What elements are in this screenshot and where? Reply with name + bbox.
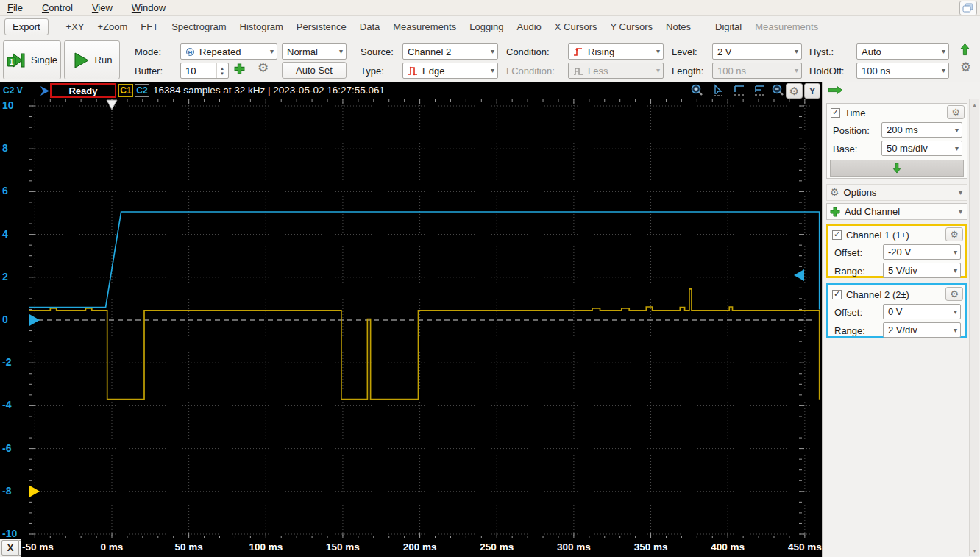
channel2-offset-select[interactable]: 0 V▾ — [883, 304, 961, 319]
tab-zoom[interactable]: +Zoom — [91, 18, 135, 35]
y-axis-labels: 1086420-2-4-6-8-10 — [0, 99, 28, 539]
x-tick-400-ms: 400 ms — [711, 542, 745, 553]
condition-label: Condition: — [506, 46, 550, 57]
add-buffer-button[interactable] — [234, 63, 245, 74]
tab-audio[interactable]: Audio — [511, 18, 548, 35]
y-tick-2: -2 — [2, 356, 11, 368]
chevron-down-icon: ▾ — [955, 144, 959, 152]
mode-value: Repeated — [199, 46, 241, 57]
tab-persistence[interactable]: Persistence — [290, 18, 353, 35]
level-up-arrow-button[interactable] — [960, 43, 970, 56]
menu-control[interactable]: Control — [42, 2, 73, 13]
channel2-badge[interactable]: C2 — [135, 84, 149, 97]
source-label: Source: — [361, 46, 394, 57]
x-axis-button[interactable]: X — [1, 540, 19, 556]
buffer-gear-icon[interactable]: ⚙ — [258, 63, 269, 74]
time-position-select[interactable]: 200 ms▾ — [881, 122, 962, 138]
tab-x-cursors[interactable]: X Cursors — [548, 18, 604, 35]
options-label: Options — [844, 187, 877, 198]
plot-settings-button[interactable]: ⚙ — [786, 83, 803, 99]
channel1-gear-button[interactable]: ⚙ — [945, 227, 963, 241]
tab-spectrogram[interactable]: Spectrogram — [165, 18, 232, 35]
single-button[interactable]: 1 Single — [3, 40, 61, 79]
time-checkbox[interactable] — [831, 108, 840, 118]
channel1-badge[interactable]: C1 — [118, 84, 133, 97]
time-expand-button[interactable] — [830, 160, 964, 177]
source-select[interactable]: Channel 2▾ — [402, 43, 498, 60]
channel1-checkbox[interactable] — [832, 230, 842, 240]
channel2-offset-value: 0 V — [888, 306, 903, 317]
spinner-arrows-icon[interactable]: ▴▾ — [216, 63, 227, 78]
tab-notes[interactable]: Notes — [659, 18, 697, 35]
x-tick-300-ms: 300 ms — [557, 542, 591, 553]
y-tick-8: 8 — [2, 142, 8, 154]
type-label: Type: — [361, 65, 384, 77]
options-dropdown[interactable]: ⚙ Options ▾ — [826, 184, 967, 201]
type-select[interactable]: Edge▾ — [402, 63, 498, 79]
chevron-down-icon: ▾ — [959, 188, 962, 196]
channel2-range-label: Range: — [834, 325, 865, 336]
tab-data[interactable]: Data — [353, 18, 386, 35]
menu-file[interactable]: File — [7, 2, 23, 13]
run-button[interactable]: Run — [64, 40, 120, 79]
tab-logging[interactable]: Logging — [463, 18, 510, 35]
mode-select[interactable]: H Repeated▾ — [180, 43, 277, 60]
zoom-in-icon[interactable] — [690, 84, 705, 98]
status-badge: Ready — [50, 83, 116, 98]
active-axis-label[interactable]: C2 V — [3, 85, 23, 96]
chevron-down-icon: ▾ — [339, 47, 343, 55]
autoset-button[interactable]: Auto Set — [282, 62, 347, 79]
scroll-down-icon[interactable]: ▾ — [970, 546, 979, 556]
measure-vertical-icon[interactable] — [753, 84, 768, 98]
tab-digital[interactable]: Digital — [709, 18, 748, 35]
svg-text:1: 1 — [10, 57, 14, 65]
tab-measurements-disabled: Measurements — [748, 18, 825, 35]
repeated-icon: H — [185, 47, 195, 57]
channel2-range-select[interactable]: 2 V/div▾ — [883, 322, 961, 338]
panel-scrollbar[interactable]: ▴ ▾ — [969, 99, 979, 556]
condition-select[interactable]: Rising▾ — [568, 43, 664, 60]
chevron-down-icon: ▾ — [491, 66, 494, 74]
channel2-group-label: Channel 2 (2±) — [846, 289, 909, 300]
collapse-panel-button[interactable] — [828, 85, 843, 96]
cursor-arrow-icon[interactable] — [712, 84, 727, 98]
time-gear-button[interactable]: ⚙ — [947, 105, 965, 119]
channel1-offset-select[interactable]: -20 V▾ — [883, 244, 961, 260]
chevron-down-icon: ▾ — [942, 47, 945, 55]
filter-select[interactable]: Normal▾ — [282, 43, 347, 60]
scroll-up-icon[interactable]: ▴ — [970, 100, 979, 110]
zoom-out-icon[interactable] — [771, 84, 786, 98]
buffer-spinner[interactable]: 10 ▴▾ — [180, 63, 229, 79]
holdoff-select[interactable]: 100 ns▾ — [856, 63, 949, 79]
menu-window[interactable]: Window — [132, 2, 166, 13]
source-value: Channel 2 — [408, 46, 451, 57]
tab-histogram[interactable]: Histogram — [233, 18, 290, 35]
time-base-label: Base: — [833, 143, 857, 155]
tab-xy[interactable]: +XY — [60, 18, 91, 35]
tab-y-cursors[interactable]: Y Cursors — [604, 18, 660, 35]
export-button[interactable]: Export — [4, 18, 49, 35]
measure-horizontal-icon[interactable] — [733, 84, 748, 98]
y-tick-2: 2 — [2, 271, 8, 283]
trigger-gear-icon[interactable]: ⚙ — [960, 62, 971, 73]
channel2-checkbox[interactable] — [832, 290, 842, 299]
waveform-plot[interactable] — [29, 99, 820, 538]
hysteresis-select[interactable]: Auto▾ — [856, 43, 949, 60]
level-select[interactable]: 2 V▾ — [712, 43, 802, 60]
add-channel-dropdown[interactable]: Add Channel ▾ — [826, 203, 967, 220]
buffer-label: Buffer: — [135, 65, 163, 77]
channel2-gear-button[interactable]: ⚙ — [945, 287, 963, 301]
time-base-select[interactable]: 50 ms/div▾ — [881, 141, 962, 156]
y-tick-10: 10 — [2, 99, 14, 111]
tab-measurements[interactable]: Measurements — [386, 18, 463, 35]
filter-value: Normal — [287, 46, 318, 57]
y-axis-button[interactable]: Y — [804, 83, 820, 99]
toolbar-separator — [54, 21, 54, 33]
channel1-range-select[interactable]: 5 V/div▾ — [883, 263, 961, 278]
holdoff-value: 100 ns — [862, 65, 890, 77]
windows-button[interactable] — [959, 1, 977, 15]
chevron-down-icon: ▾ — [955, 126, 959, 134]
menu-view[interactable]: View — [92, 2, 113, 13]
tab-fft[interactable]: FFT — [134, 18, 165, 35]
channel1-range-label: Range: — [834, 266, 865, 277]
